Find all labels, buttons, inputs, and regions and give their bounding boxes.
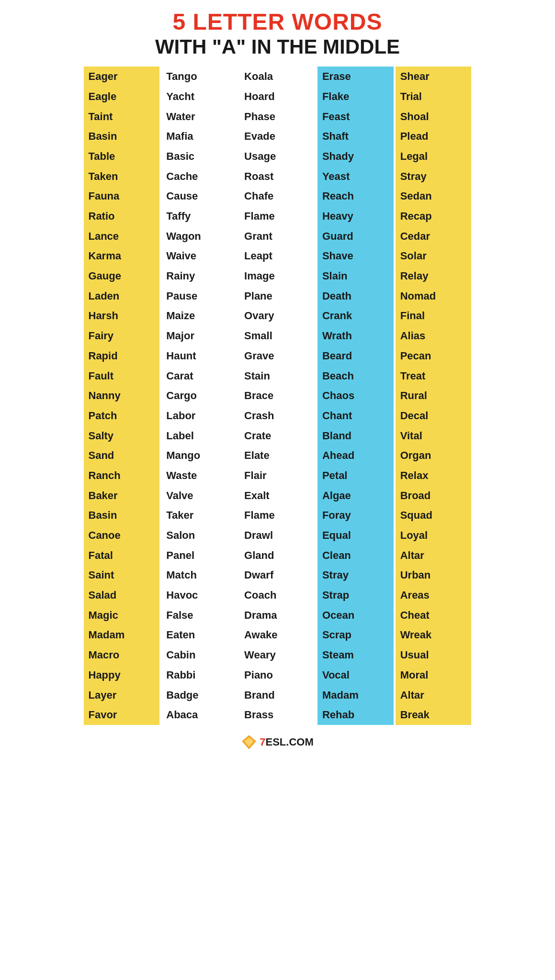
word-cell: Small — [239, 326, 316, 346]
word-cell: Basin — [84, 126, 160, 146]
word-cell: Cabin — [161, 645, 238, 665]
word-cell: Clean — [317, 546, 394, 566]
word-cell: Moral — [396, 665, 472, 685]
word-cell: Cache — [161, 167, 238, 187]
word-cell: Guard — [317, 226, 394, 246]
word-cell: Madam — [317, 685, 394, 705]
word-cell: Pause — [161, 286, 238, 306]
word-cell: Altar — [396, 546, 472, 566]
word-cell: Decal — [396, 406, 472, 426]
word-column-col4: EraseFlakeFeastShaftShadyYeastReachHeavy… — [317, 67, 394, 725]
word-cell: Rehab — [317, 705, 394, 725]
word-cell: Squad — [396, 505, 472, 525]
word-cell: Fauna — [84, 186, 160, 206]
word-cell: Match — [161, 565, 238, 585]
word-cell: Eaten — [161, 625, 238, 645]
word-cell: Wrath — [317, 326, 394, 346]
word-cell: Alias — [396, 326, 472, 346]
word-cell: Badge — [161, 685, 238, 705]
word-cell: Brace — [239, 386, 316, 406]
word-cell: Drawl — [239, 525, 316, 546]
word-cell: Haunt — [161, 346, 238, 366]
word-cell: Nanny — [84, 386, 160, 406]
word-cell: Rainy — [161, 266, 238, 286]
word-cell: Taffy — [161, 206, 238, 226]
page-title-line2: WITH "A" IN THE MIDDLE — [84, 35, 472, 59]
word-cell: Beard — [317, 346, 394, 366]
word-cell: Crash — [239, 406, 316, 426]
word-cell: Algae — [317, 486, 394, 506]
word-cell: Erase — [317, 67, 394, 87]
word-cell: Relay — [396, 266, 472, 286]
word-cell: Ratio — [84, 206, 160, 226]
word-cell: Eagle — [84, 87, 160, 107]
word-cell: Urban — [396, 565, 472, 585]
word-cell: Flake — [317, 87, 394, 107]
word-cell: Equal — [317, 525, 394, 546]
word-cell: Cheat — [396, 605, 472, 625]
word-cell: Chafe — [239, 186, 316, 206]
word-cell: Abaca — [161, 705, 238, 725]
word-cell: Happy — [84, 665, 160, 685]
word-cell: Petal — [317, 466, 394, 486]
word-cell: Wagon — [161, 226, 238, 246]
word-cell: Basin — [84, 505, 160, 525]
word-cell: Baker — [84, 486, 160, 506]
word-cell: Foray — [317, 505, 394, 525]
word-cell: Table — [84, 146, 160, 167]
word-cell: Shoal — [396, 107, 472, 127]
word-cell: Crank — [317, 306, 394, 326]
word-cell: Wreak — [396, 625, 472, 645]
word-cell: Patch — [84, 406, 160, 426]
word-cell: Grant — [239, 226, 316, 246]
word-column-col5: ShearTrialShoalPleadLegalStraySedanRecap… — [396, 67, 472, 725]
word-cell: Hoard — [239, 87, 316, 107]
word-cell: Carat — [161, 366, 238, 386]
word-cell: Strap — [317, 585, 394, 605]
word-cell: Shear — [396, 67, 472, 87]
footer-text: 7ESL.COM — [260, 736, 313, 748]
word-cell: Saint — [84, 565, 160, 585]
word-cell: Karma — [84, 246, 160, 266]
word-cell: Ovary — [239, 306, 316, 326]
word-cell: Label — [161, 426, 238, 446]
word-cell: Death — [317, 286, 394, 306]
word-column-col3: KoalaHoardPhaseEvadeUsageRoastChafeFlame… — [239, 67, 316, 725]
word-cell: Elate — [239, 445, 316, 466]
word-column-col1: EagerEagleTaintBasinTableTakenFaunaRatio… — [84, 67, 160, 725]
word-cell: Scrap — [317, 625, 394, 645]
word-cell: Eager — [84, 67, 160, 87]
word-cell: Chaos — [317, 386, 394, 406]
word-cell: Ranch — [84, 466, 160, 486]
word-cell: Vocal — [317, 665, 394, 685]
footer: 7ESL.COM — [84, 735, 472, 750]
word-cell: Reach — [317, 186, 394, 206]
word-cell: Canoe — [84, 525, 160, 546]
word-cell: Stray — [317, 565, 394, 585]
word-cell: Altar — [396, 685, 472, 705]
word-cell: Lance — [84, 226, 160, 246]
word-cell: Yacht — [161, 87, 238, 107]
word-cell: Broad — [396, 486, 472, 506]
word-cell: Rapid — [84, 346, 160, 366]
word-cell: Magic — [84, 605, 160, 625]
word-cell: False — [161, 605, 238, 625]
word-cell: Cargo — [161, 386, 238, 406]
word-cell: Final — [396, 306, 472, 326]
word-cell: Flame — [239, 206, 316, 226]
word-cell: Shave — [317, 246, 394, 266]
word-cell: Salty — [84, 426, 160, 446]
word-cell: Fault — [84, 366, 160, 386]
word-cell: Valve — [161, 486, 238, 506]
word-cell: Gland — [239, 546, 316, 566]
word-cell: Bland — [317, 426, 394, 446]
word-cell: Image — [239, 266, 316, 286]
word-cell: Favor — [84, 705, 160, 725]
word-cell: Layer — [84, 685, 160, 705]
word-cell: Mango — [161, 445, 238, 466]
word-cell: Plane — [239, 286, 316, 306]
word-cell: Relax — [396, 466, 472, 486]
word-cell: Major — [161, 326, 238, 346]
word-cell: Heavy — [317, 206, 394, 226]
footer-icon — [241, 735, 257, 750]
